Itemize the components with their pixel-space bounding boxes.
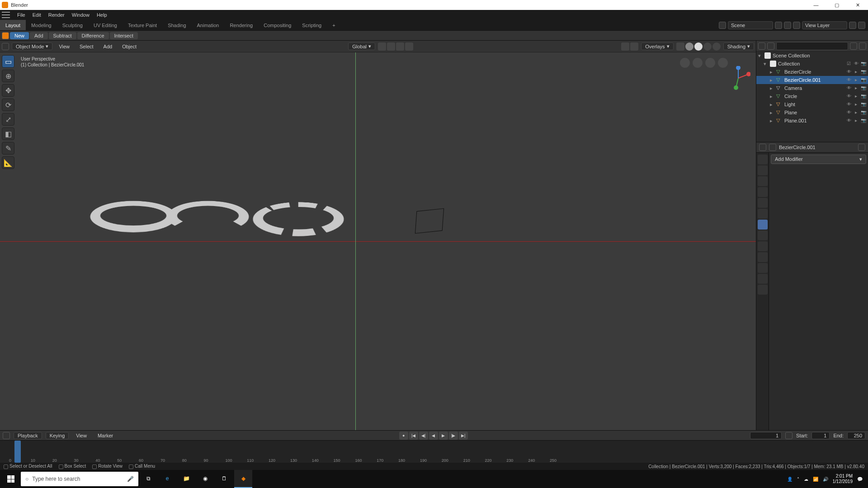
window-maximize-button[interactable]: ▢ <box>826 0 847 10</box>
outliner-search-input[interactable] <box>776 42 848 50</box>
editor-type-icon[interactable] <box>2 43 9 50</box>
pivot-point-button[interactable] <box>378 42 386 51</box>
timeline-menu-playback[interactable]: Playback <box>14 432 42 439</box>
menu-window[interactable]: Window <box>68 12 93 18</box>
taskbar-app-edge[interactable]: e <box>158 470 176 488</box>
render-toggle[interactable]: 📷 <box>860 110 866 116</box>
taskbar-clock[interactable]: 2:01 PM 1/12/2019 <box>833 474 853 484</box>
selectable-toggle[interactable]: ▸ <box>853 85 859 91</box>
start-frame-field[interactable]: 1 <box>811 432 830 439</box>
shading-dropdown[interactable]: Shading ▾ <box>723 42 754 50</box>
bool-op-subtract[interactable]: Subtract <box>49 32 76 39</box>
visibility-toggle[interactable]: 👁 <box>846 102 852 108</box>
properties-editor-type-icon[interactable] <box>759 144 766 151</box>
menu-file[interactable]: File <box>14 12 29 18</box>
workspace-tab-scripting[interactable]: Scripting <box>297 20 327 30</box>
jump-start-button[interactable]: |◀ <box>409 432 418 440</box>
outliner-row-beziercircle-001[interactable]: ▸▽BezierCircle.001👁▸📷 <box>756 76 868 84</box>
viewport-3d[interactable]: User Perspective (1) Collection | Bezier… <box>0 52 756 430</box>
tool-annotate[interactable]: ✎ <box>2 142 14 155</box>
tool-measure[interactable]: 📐 <box>2 156 14 169</box>
bool-op-intersect[interactable]: Intersect <box>110 32 138 39</box>
autokey-toggle[interactable]: ● <box>399 432 408 440</box>
task-view-button[interactable]: ⧉ <box>139 470 157 488</box>
render-toggle[interactable]: 📷 <box>860 94 866 99</box>
outliner-row-scene-collection[interactable]: ▾ Scene Collection <box>756 52 868 60</box>
selectable-toggle[interactable]: ▸ <box>853 102 859 108</box>
window-close-button[interactable]: ✕ <box>847 0 868 10</box>
disclosure-icon[interactable]: ▸ <box>770 110 774 116</box>
snap-toggle-button[interactable] <box>387 42 395 51</box>
ptab-texture[interactable] <box>758 285 768 295</box>
orientation-gizmo[interactable] <box>726 66 750 90</box>
disclosure-icon[interactable]: ▸ <box>770 94 774 99</box>
workspace-tab-modeling[interactable]: Modeling <box>26 20 57 30</box>
vp-menu-select[interactable]: Select <box>76 44 97 49</box>
outliner-row-collection[interactable]: ▾ Collection ☑ 👁 📷 <box>756 60 868 68</box>
workspace-tab-shading[interactable]: Shading <box>162 20 191 30</box>
vp-menu-object[interactable]: Object <box>118 44 140 49</box>
proportional-edit-button[interactable] <box>405 42 413 51</box>
viewlayer-delete-icon[interactable] <box>858 22 865 29</box>
scene-name-field[interactable]: Scene <box>728 21 773 29</box>
tool-rotate[interactable]: ⟳ <box>2 99 14 111</box>
play-reverse-button[interactable]: ◀ <box>429 432 438 440</box>
selectable-toggle[interactable]: ▸ <box>853 69 859 75</box>
outliner-row-plane-001[interactable]: ▸▽Plane.001👁▸📷 <box>756 117 868 125</box>
taskbar-app-chrome[interactable]: ◉ <box>196 470 214 488</box>
shading-rendered-button[interactable] <box>712 42 721 51</box>
ptab-render[interactable] <box>758 155 768 164</box>
render-toggle[interactable]: 📷 <box>860 69 866 75</box>
mode-dropdown[interactable]: Object Mode ▾ <box>12 42 52 50</box>
visibility-toggle[interactable]: 👁 <box>846 85 852 91</box>
workspace-tab-layout[interactable]: Layout <box>0 20 26 30</box>
viewlayer-new-icon[interactable] <box>849 22 856 29</box>
play-button[interactable]: ▶ <box>439 432 448 440</box>
scene-delete-icon[interactable] <box>784 22 791 29</box>
tool-cursor[interactable]: ⊕ <box>2 70 14 82</box>
outliner-row-circle[interactable]: ▸▽Circle👁▸📷 <box>756 92 868 100</box>
nav-camera-icon[interactable] <box>705 58 715 68</box>
visibility-toggle[interactable]: 👁 <box>846 77 852 83</box>
outliner-display-mode-icon[interactable] <box>767 42 774 50</box>
taskbar-app-blender[interactable]: ◆ <box>234 470 252 488</box>
scene-new-icon[interactable] <box>775 22 782 29</box>
ptab-output[interactable] <box>758 165 768 175</box>
shading-wireframe-button[interactable] <box>685 42 693 51</box>
visibility-toggle[interactable]: 👁 <box>846 69 852 75</box>
selectable-toggle[interactable]: ▸ <box>853 94 859 99</box>
visibility-toggle[interactable]: 👁 <box>846 94 852 99</box>
taskbar-app-explorer[interactable]: 📁 <box>177 470 195 488</box>
workspace-add-button[interactable]: + <box>327 20 340 30</box>
taskbar-search-input[interactable]: ○ Type here to search 🎤 <box>21 472 138 486</box>
outliner-row-beziercircle[interactable]: ▸▽BezierCircle👁▸📷 <box>756 68 868 76</box>
outliner-row-plane[interactable]: ▸▽Plane👁▸📷 <box>756 108 868 117</box>
tray-people-icon[interactable]: 👤 <box>787 477 793 482</box>
disclosure-icon[interactable]: ▸ <box>770 118 774 124</box>
timeline-menu-keying[interactable]: Keying <box>46 432 69 439</box>
snap-options-button[interactable] <box>396 42 404 51</box>
timeline-menu-marker[interactable]: Marker <box>94 433 117 438</box>
tray-overflow-icon[interactable]: ˄ <box>797 477 799 482</box>
workspace-tab-sculpting[interactable]: Sculpting <box>57 20 88 30</box>
ptab-data[interactable] <box>758 263 768 273</box>
current-frame-field[interactable]: 1 <box>750 432 782 439</box>
tray-onedrive-icon[interactable]: ☁ <box>804 477 808 482</box>
outliner-row-light[interactable]: ▸▽Light👁▸📷 <box>756 100 868 108</box>
workspace-tab-texture-paint[interactable]: Texture Paint <box>123 20 162 30</box>
end-frame-field[interactable]: 250 <box>847 432 865 439</box>
jump-end-button[interactable]: ▶| <box>459 432 468 440</box>
selectable-toggle[interactable]: ▸ <box>853 110 859 116</box>
orientation-dropdown[interactable]: Global ▾ <box>348 42 375 50</box>
taskbar-app-stickynotes[interactable]: 🗒 <box>215 470 233 488</box>
tool-move[interactable]: ✥ <box>2 84 14 97</box>
viewlayer-browse-icon[interactable] <box>793 22 800 29</box>
tray-volume-icon[interactable]: 🔊 <box>823 477 828 482</box>
ptab-modifiers[interactable] <box>758 220 768 230</box>
tray-network-icon[interactable]: 📶 <box>813 477 818 482</box>
visibility-toggle[interactable]: 👁 <box>846 110 852 116</box>
menu-render[interactable]: Render <box>45 12 68 18</box>
timeline-menu-view[interactable]: View <box>72 433 90 438</box>
playhead[interactable] <box>14 441 21 463</box>
nav-pan-icon[interactable] <box>693 58 703 68</box>
